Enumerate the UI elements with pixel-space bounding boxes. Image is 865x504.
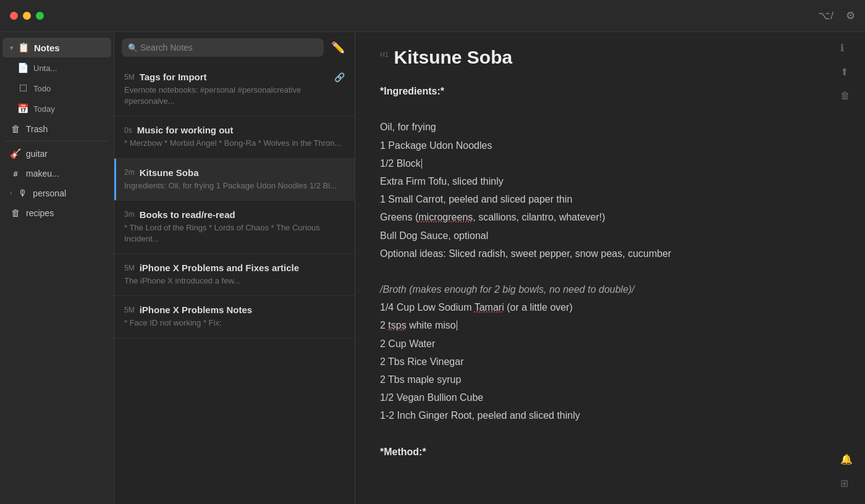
search-wrapper: 🔍: [122, 38, 324, 57]
checkbox-icon: ☐: [17, 83, 28, 94]
document-icon: 📄: [17, 62, 28, 74]
line-tamari: 1/4 Cup Low Sodium Tamari (or a little o…: [380, 299, 840, 316]
traffic-lights: [10, 12, 44, 20]
delete-icon[interactable]: 🗑: [840, 90, 853, 101]
note-time: 2m: [124, 168, 135, 177]
note-body[interactable]: *Ingredients:* Oil, for frying 1 Package…: [380, 83, 840, 460]
note-item-music[interactable]: 0s Music for working out * Merzbow * Mor…: [114, 116, 355, 158]
microgreens-text: microgreens: [418, 212, 473, 222]
note-preview: Ingredients: Oil, for frying 1 Package U…: [124, 180, 345, 191]
sidebar-label-todo: Todo: [33, 84, 51, 93]
note-title: Kitsune Soba: [140, 167, 345, 178]
sidebar-label-guitar: guitar: [26, 149, 48, 159]
text-cursor2: [457, 321, 457, 330]
info-icon[interactable]: ℹ: [840, 42, 853, 54]
sidebar-label-today: Today: [33, 104, 55, 114]
note-title: Music for working out: [137, 125, 345, 135]
sliders-icon[interactable]: ⚙: [846, 9, 855, 22]
sidebar-divider: [5, 141, 109, 141]
note-item-books[interactable]: 3m Books to read/re-read * The Lord of t…: [114, 201, 355, 254]
broth-header: /Broth (makes enough for 2 big bowls, no…: [380, 281, 840, 298]
note-title: iPhone X Problems and Fixes article: [140, 262, 345, 273]
line-carrot: 1 Small Carrot, peeled and sliced paper …: [380, 191, 840, 208]
sidebar-item-personal[interactable]: › 🎙 personal: [2, 183, 111, 203]
note-time: 5M: [124, 264, 135, 272]
sidebar-label-personal: personal: [33, 188, 66, 198]
note-item-iphonex-notes[interactable]: 5M iPhone X Problems Notes * Face ID not…: [114, 296, 355, 338]
sidebar-item-guitar[interactable]: 🎸 guitar: [2, 144, 111, 164]
note-time: 3m: [124, 210, 135, 219]
notebook-icon: 📋: [18, 42, 29, 53]
line-water: 2 Cup Water: [380, 335, 840, 352]
line-vinegar: 2 Tbs Rice Vinegar: [380, 353, 840, 370]
note-preview: * The Lord of the Rings * Lords of Chaos…: [124, 222, 345, 245]
sidebar-item-notes[interactable]: ▾ 📋 Notes: [2, 38, 111, 57]
tsps-text: tsps: [388, 320, 406, 330]
note-item-tags[interactable]: 5M Tags for Import 🔗 Evernote notebooks:…: [114, 63, 355, 116]
sidebar-item-untitled[interactable]: 📄 Unta...: [10, 58, 111, 78]
note-meta: 0s Music for working out: [124, 125, 345, 135]
minimize-button[interactable]: [23, 12, 31, 20]
sidebar-label-recipes: recipes: [26, 208, 54, 218]
note-content-toolbar: ℹ ⬆ 🗑 🔔 ⊞: [840, 42, 853, 489]
note-meta: 5M iPhone X Problems Notes: [124, 304, 345, 315]
note-preview: The iPhone X introduced a few...: [124, 275, 345, 287]
search-input[interactable]: [122, 38, 324, 57]
note-time: 5M: [124, 73, 135, 82]
table-icon[interactable]: ⊞: [840, 477, 853, 489]
notes-list: 🔍 ✏️ 5M Tags for Import 🔗 Evernote noteb…: [114, 32, 355, 504]
note-title: iPhone X Problems Notes: [140, 304, 345, 315]
note-meta: 5M iPhone X Problems and Fixes article: [124, 262, 345, 273]
line-bullion: 1/2 Vegan Bullion Cube: [380, 389, 840, 406]
notes-list-items: 5M Tags for Import 🔗 Evernote notebooks:…: [114, 63, 355, 504]
line-maple: 2 Tbs maple syrup: [380, 371, 840, 388]
note-preview: * Merzbow * Morbid Angel * Bong-Ra * Wol…: [124, 138, 345, 149]
method-header: *Method:*: [380, 443, 840, 460]
compose-button[interactable]: ✏️: [329, 38, 347, 57]
hashtag-icon: #: [10, 169, 21, 178]
sidebar-sub-notes: 📄 Unta... ☐ Todo 📅 Today: [0, 58, 114, 119]
line-oil: Oil, for frying: [380, 119, 840, 135]
sidebar: ▾ 📋 Notes 📄 Unta... ☐ Todo 📅 Today 🗑 Tra…: [0, 32, 114, 504]
note-time: 0s: [124, 126, 132, 135]
line-optional: Optional ideas: Sliced radish, sweet pep…: [380, 245, 840, 262]
body-spacer: [380, 101, 840, 117]
line-tofu: Extra Firm Tofu, sliced thinly: [380, 173, 840, 190]
maximize-button[interactable]: [36, 12, 44, 20]
ingredients-header: *Ingredients:*: [380, 83, 840, 99]
sidebar-label-trash: Trash: [26, 124, 48, 134]
close-button[interactable]: [10, 12, 18, 20]
sidebar-item-trash[interactable]: 🗑 Trash: [2, 119, 111, 138]
titlebar: ⌥/ ⚙: [0, 0, 865, 32]
line-greens: Greens (microgreens, scallions, cilantro…: [380, 209, 840, 225]
note-item-kitsune[interactable]: 2m Kitsune Soba Ingredients: Oil, for fr…: [114, 159, 355, 201]
code-icon[interactable]: ⌥/: [818, 9, 833, 22]
note-preview: * Face ID not working * Fix:: [124, 317, 345, 329]
note-item-iphonex-fixes[interactable]: 5M iPhone X Problems and Fixes article T…: [114, 254, 355, 296]
method-bold: *Method:*: [380, 447, 426, 457]
sidebar-item-today[interactable]: 📅 Today: [10, 99, 111, 119]
tamari-text: Tamari: [475, 302, 504, 313]
line-block: 1/2 Block: [380, 155, 840, 172]
note-title: Books to read/re-read: [140, 209, 345, 220]
line-udon: 1 Package Udon Noodles: [380, 137, 840, 154]
chevron-right-icon: ›: [10, 190, 12, 196]
bell-icon[interactable]: 🔔: [840, 453, 853, 465]
note-meta: 3m Books to read/re-read: [124, 209, 345, 220]
line-miso: 2 tsps white miso: [380, 317, 840, 334]
sidebar-item-todo[interactable]: ☐ Todo: [10, 78, 111, 98]
note-meta: 2m Kitsune Soba: [124, 167, 345, 178]
line-bulldog: Bull Dog Sauce, optional: [380, 227, 840, 244]
main-layout: ▾ 📋 Notes 📄 Unta... ☐ Todo 📅 Today 🗑 Tra…: [0, 32, 865, 504]
broth-italic: /Broth (makes enough for 2 big bowls, no…: [380, 284, 635, 295]
body-spacer2: [380, 263, 840, 280]
sidebar-item-recipes[interactable]: 🗑 recipes: [2, 203, 111, 222]
note-content-area[interactable]: ℹ ⬆ 🗑 🔔 ⊞ H1 Kitsune Soba *Ingredients:*…: [355, 32, 865, 504]
sidebar-item-makeup[interactable]: # makeu...: [2, 164, 111, 183]
mic-icon: 🎙: [17, 188, 28, 198]
share-icon[interactable]: ⬆: [840, 66, 853, 78]
line-ginger: 1-2 Inch Ginger Root, peeled and sliced …: [380, 407, 840, 424]
trash-icon: 🗑: [10, 124, 21, 134]
chevron-down-icon: ▾: [10, 44, 13, 51]
note-h1-title: Kitsune Soba: [394, 47, 513, 67]
